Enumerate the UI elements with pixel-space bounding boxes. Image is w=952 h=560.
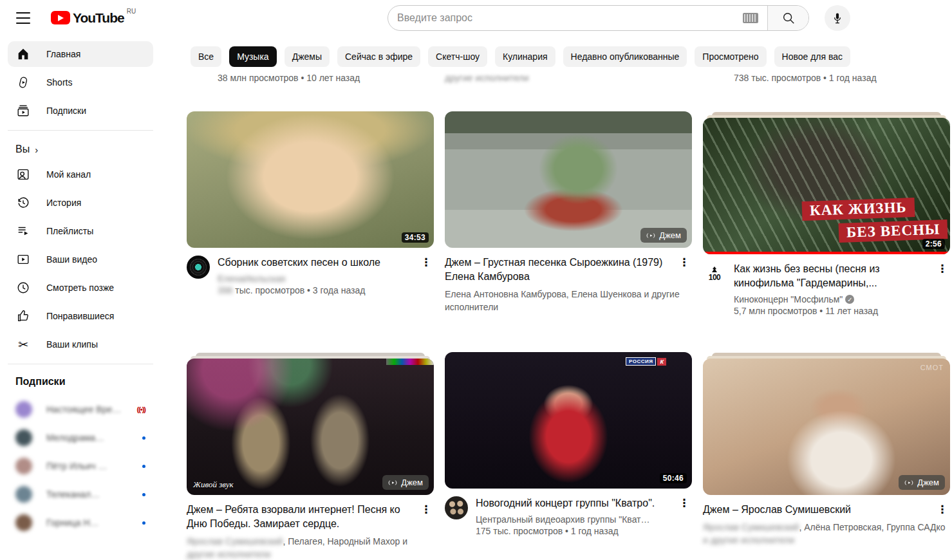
sidebar-item-playlists[interactable]: Плейлисты xyxy=(8,218,153,244)
logo-region-label: RU xyxy=(127,8,136,15)
sidebar-item-your-clips[interactable]: ✂ Ваши клипы xyxy=(8,331,153,357)
new-content-dot xyxy=(142,493,145,496)
sidebar-divider xyxy=(8,130,153,131)
sidebar-item-my-channel[interactable]: Мой канал xyxy=(8,162,153,187)
channel-avatar[interactable] xyxy=(445,496,468,519)
sidebar-item-home[interactable]: Главная xyxy=(8,41,153,67)
jam-badge: Джем xyxy=(640,228,687,243)
video-meta: 398 тыс. просмотров • 3 года назад xyxy=(218,285,434,295)
video-thumbnail[interactable]: Живой звук Джем xyxy=(187,359,434,495)
chip-watched[interactable]: Просмотрено xyxy=(695,46,766,67)
channel-avatar xyxy=(15,486,32,503)
subscription-channel[interactable]: Настоящее Вре… ((•)) xyxy=(8,395,153,424)
thumbnail-corner-label: Живой звук xyxy=(193,480,234,490)
sidebar-item-label: Подписки xyxy=(46,106,86,116)
channel-avatar[interactable]: 100 xyxy=(703,262,726,285)
channel-name[interactable]: Центральный видеоархив группы "Кват… xyxy=(476,514,692,525)
chip-recently-uploaded[interactable]: Недавно опубликованные xyxy=(563,46,687,67)
search-button[interactable] xyxy=(767,6,808,30)
duration-badge: 34:53 xyxy=(402,232,429,243)
broadcast-play-icon xyxy=(388,478,397,487)
video-title[interactable]: Новогодний концерт группы "Кватро". xyxy=(476,496,677,510)
chip-sketch-shows[interactable]: Скетч-шоу xyxy=(428,46,487,67)
voice-search-button[interactable] xyxy=(825,5,850,31)
shorts-icon xyxy=(15,75,31,90)
youtube-play-icon xyxy=(51,11,70,24)
chip-live[interactable]: Сейчас в эфире xyxy=(337,46,420,67)
channel-avatar xyxy=(15,429,32,446)
channel-name[interactable]: Киноконцерн "Мосфильм" ✓ xyxy=(734,294,950,304)
channel-avatar[interactable] xyxy=(187,256,210,279)
search-icon xyxy=(781,11,796,25)
search-bar xyxy=(387,5,809,31)
sidebar-item-label: Ваши видео xyxy=(46,254,97,265)
youtube-logo[interactable]: YouTube RU xyxy=(51,9,136,26)
history-icon xyxy=(15,195,31,210)
search-input[interactable] xyxy=(397,12,738,24)
subscription-channel[interactable]: Пётр Ильич … xyxy=(8,452,153,480)
sidebar-item-watch-later[interactable]: Смотреть позже xyxy=(8,275,153,301)
kebab-menu-icon[interactable]: ⋮ xyxy=(677,256,692,270)
sidebar-divider xyxy=(8,364,153,364)
subscription-channel[interactable]: Мелодрама… xyxy=(8,424,153,452)
video-card: РОССИЯК 50:46 Новогодний концерт группы … xyxy=(445,352,692,560)
sidebar-item-label: Смотреть позже xyxy=(46,283,114,293)
sidebar-item-liked-videos[interactable]: Понравившиеся xyxy=(8,303,153,329)
channel-name[interactable]: ЕленаИюльская xyxy=(218,274,434,284)
top-header: YouTube RU xyxy=(0,0,952,36)
video-thumbnail[interactable]: СМОТ Джем xyxy=(703,359,950,495)
kebab-menu-icon[interactable]: ⋮ xyxy=(677,496,692,510)
live-badge-icon: ((•)) xyxy=(136,406,145,413)
video-meta: 738 тыс. просмотров • 1 год назад xyxy=(703,73,950,83)
chip-new-to-you[interactable]: Новое для вас xyxy=(774,46,851,67)
jam-badge: Джем xyxy=(899,475,945,490)
video-thumbnail[interactable]: 34:53 xyxy=(187,111,434,248)
video-title[interactable]: Джем – Ярослав Сумишевский xyxy=(703,503,935,517)
playlists-icon xyxy=(15,223,31,239)
duration-badge: 50:46 xyxy=(660,473,687,483)
video-card: КАК ЖИЗНЬ БЕЗ ВЕСНЫ 2:56 100 Как жизнь б… xyxy=(703,118,950,316)
kebab-menu-icon[interactable]: ⋮ xyxy=(935,503,950,517)
verified-badge-icon: ✓ xyxy=(845,295,854,304)
sidebar-item-shorts[interactable]: Shorts xyxy=(8,70,153,95)
video-meta: 5,7 млн просмотров • 11 лет назад xyxy=(734,306,950,316)
subscription-channel[interactable]: Телеканал… xyxy=(8,480,153,509)
sidebar-section-you[interactable]: Вы › xyxy=(8,140,153,162)
sidebar-item-your-videos[interactable]: Ваши видео xyxy=(8,247,153,272)
kebab-menu-icon[interactable]: ⋮ xyxy=(418,503,434,517)
video-title[interactable]: Джем – Грустная песенка Сыроежкина (1979… xyxy=(445,256,677,284)
youtube-logo-text: YouTube xyxy=(73,9,124,26)
chip-all[interactable]: Все xyxy=(191,46,221,67)
tv-channel-logo: РОССИЯК xyxy=(626,357,666,366)
sidebar-item-subscriptions[interactable]: Подписки xyxy=(8,98,153,124)
watch-later-icon xyxy=(15,280,31,295)
sidebar: Главная Shorts Подписки Вы xyxy=(0,36,161,560)
chip-music[interactable]: Музыка xyxy=(229,46,277,67)
channel-avatar xyxy=(15,514,32,531)
keyboard-icon[interactable] xyxy=(743,13,758,23)
video-grid: 34:53 Сборник советских песен о школе ⋮ … xyxy=(161,111,952,560)
video-thumbnail[interactable]: КАК ЖИЗНЬ БЕЗ ВЕСНЫ 2:56 xyxy=(703,118,950,254)
sidebar-item-history[interactable]: История xyxy=(8,190,153,216)
video-byline: Ярослав Сумишевский, Пелагея, Народный М… xyxy=(187,535,434,560)
video-meta: 175 тыс. просмотров • 1 год назад xyxy=(476,526,692,536)
video-card: СМОТ Джем Джем – Ярослав Сумишевский ⋮ xyxy=(703,359,950,560)
video-title[interactable]: Сборник советских песен о школе xyxy=(218,256,418,270)
sidebar-item-label: Мой канал xyxy=(46,169,91,180)
filter-chips-bar: Все Музыка Джемы Сейчас в эфире Скетч-шо… xyxy=(191,46,952,67)
video-thumbnail[interactable]: РОССИЯК 50:46 xyxy=(445,352,692,489)
chip-jams[interactable]: Джемы xyxy=(285,46,330,67)
chip-cooking[interactable]: Кулинария xyxy=(495,46,555,67)
thumbs-up-icon xyxy=(15,308,31,324)
kebab-menu-icon[interactable]: ⋮ xyxy=(418,256,434,270)
kebab-menu-icon[interactable]: ⋮ xyxy=(935,262,950,276)
video-title[interactable]: Джем – Ребята взорвали интернет! Песня к… xyxy=(187,503,418,531)
your-videos-icon xyxy=(15,252,31,267)
subscriptions-header: Подписки xyxy=(8,373,153,395)
video-card: Джем Джем – Грустная песенка Сыроежкина … xyxy=(445,111,692,316)
video-thumbnail[interactable]: Джем xyxy=(445,111,692,248)
hamburger-menu-icon[interactable] xyxy=(15,10,32,26)
subscription-channel[interactable]: Горница Н… xyxy=(8,509,153,537)
video-title[interactable]: Как жизнь без весны (песня из кинофильма… xyxy=(734,262,935,290)
new-content-dot xyxy=(142,465,145,468)
